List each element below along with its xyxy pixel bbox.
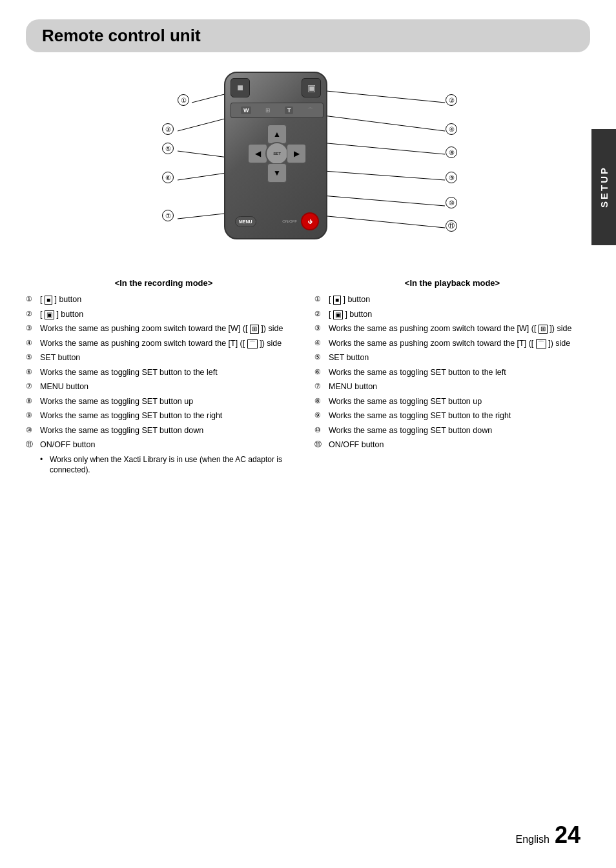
zoom-curve-icon: ⌒ — [307, 106, 313, 115]
play-text-5: SET button — [329, 352, 590, 364]
dpad-right-button[interactable]: ▶ — [287, 144, 306, 163]
play-num-7: ⑦ — [314, 381, 329, 391]
rec-item-11: ⑪ ON/OFF button — [26, 439, 302, 451]
menu-button[interactable]: MENU — [235, 216, 256, 227]
remote-body: ■ ▣ W ⊞ T ⌒ ▲ ◀ SET ▶ ▼ — [224, 72, 327, 239]
play-text-2: [ ▣ ] button — [329, 309, 590, 321]
rec-sub-text: Works only when the Xacti Library is in … — [50, 454, 302, 476]
rec-text-4: Works the same as pushing zoom switch to… — [40, 338, 302, 350]
play-item-7: ⑦ MENU button — [314, 381, 590, 393]
play-item-9: ⑨ Works the same as toggling SET button … — [314, 410, 590, 422]
video-button[interactable]: ▣ — [302, 78, 321, 97]
rec-text-7: MENU button — [40, 381, 302, 393]
rec-item-8: ⑧ Works the same as toggling SET button … — [26, 396, 302, 408]
play-num-2: ② — [314, 309, 329, 319]
playback-mode-column: <In the playback mode> ① [ ■ ] button ② … — [314, 278, 590, 476]
zoom-w-label: W — [241, 106, 252, 114]
svg-line-10 — [314, 215, 445, 228]
callout-2: ② — [446, 94, 457, 106]
callout-3: ③ — [162, 123, 174, 135]
curve-icon-inline-4: ⌒ — [247, 339, 258, 348]
play-text-9: Works the same as toggling SET button to… — [329, 410, 590, 422]
rec-item-7: ⑦ MENU button — [26, 381, 302, 393]
rec-item-9: ⑨ Works the same as toggling SET button … — [26, 410, 302, 422]
play-num-9: ⑨ — [314, 410, 329, 420]
onoff-button[interactable]: ⏻ — [301, 212, 319, 230]
rec-text-11: ON/OFF button — [40, 439, 302, 451]
set-button[interactable]: SET — [265, 142, 289, 165]
play-text-1: [ ■ ] button — [329, 294, 590, 306]
onoff-label-text: ON/OFF — [282, 219, 297, 223]
grid-icon-inline-p3: ⊞ — [539, 325, 548, 334]
rec-text-10: Works the same as toggling SET button do… — [40, 425, 302, 437]
setup-label: SETUP — [599, 166, 610, 208]
dpad-left-button[interactable]: ◀ — [248, 144, 267, 163]
film-icon-inline: ▣ — [45, 310, 54, 319]
play-num-8: ⑧ — [314, 396, 329, 406]
bullet-dot: • — [40, 454, 46, 476]
rec-text-3: Works the same as pushing zoom switch to… — [40, 323, 302, 335]
play-item-2: ② [ ▣ ] button — [314, 309, 590, 321]
play-num-1: ① — [314, 294, 329, 304]
callout-num-5: ⑤ — [162, 143, 174, 154]
play-num-11: ⑪ — [314, 439, 329, 449]
play-text-7: MENU button — [329, 381, 590, 393]
callout-5: ⑤ — [162, 143, 174, 154]
rec-item-2: ② [ ▣ ] button — [26, 309, 302, 321]
play-num-10: ⑩ — [314, 425, 329, 435]
play-text-3: Works the same as pushing zoom switch to… — [329, 323, 590, 335]
dpad-up-button[interactable]: ▲ — [267, 125, 287, 144]
rec-num-1: ① — [26, 294, 40, 304]
rec-item-6: ⑥ Works the same as toggling SET button … — [26, 367, 302, 379]
callout-num-2: ② — [446, 94, 457, 106]
callout-num-6: ⑥ — [162, 172, 174, 183]
play-item-6: ⑥ Works the same as toggling SET button … — [314, 367, 590, 379]
rec-num-7: ⑦ — [26, 381, 40, 391]
callout-6: ⑥ — [162, 172, 174, 183]
page-title: Remote control unit — [42, 26, 574, 46]
play-item-11: ⑪ ON/OFF button — [314, 439, 590, 451]
rec-item-4: ④ Works the same as pushing zoom switch … — [26, 338, 302, 350]
play-num-4: ④ — [314, 338, 329, 348]
callout-num-3: ③ — [162, 123, 174, 135]
rec-text-9: Works the same as toggling SET button to… — [40, 410, 302, 422]
callout-num-11: ⑪ — [446, 220, 457, 232]
title-bar: Remote control unit — [26, 19, 590, 52]
rec-item-10: ⑩ Works the same as toggling SET button … — [26, 425, 302, 437]
zoom-slider[interactable]: W ⊞ T ⌒ — [231, 103, 323, 118]
callout-11: ⑪ — [446, 220, 457, 232]
svg-line-7 — [307, 141, 445, 154]
footer: English 24 — [515, 822, 580, 849]
rec-sub-bullet: • Works only when the Xacti Library is i… — [40, 454, 302, 476]
content-columns: <In the recording mode> ① [ ■ ] button ②… — [26, 278, 590, 476]
play-num-5: ⑤ — [314, 352, 329, 362]
play-item-10: ⑩ Works the same as toggling SET button … — [314, 425, 590, 437]
camera-button[interactable]: ■ — [231, 78, 250, 97]
rec-num-4: ④ — [26, 338, 40, 348]
rec-item-3: ③ Works the same as pushing zoom switch … — [26, 323, 302, 335]
callout-num-7: ⑦ — [162, 210, 174, 221]
zoom-t-label: T — [285, 106, 294, 114]
rec-text-8: Works the same as toggling SET button up — [40, 396, 302, 408]
page-container: Remote control unit — [0, 0, 616, 868]
rec-text-2: [ ▣ ] button — [40, 309, 302, 321]
callout-num-8: ⑧ — [446, 146, 457, 158]
footer-language: English — [515, 834, 549, 845]
rec-num-10: ⑩ — [26, 425, 40, 435]
play-text-11: ON/OFF button — [329, 439, 590, 451]
dpad-down-button[interactable]: ▼ — [267, 163, 287, 183]
rec-text-5: SET button — [40, 352, 302, 364]
playback-mode-title: <In the playback mode> — [314, 278, 590, 288]
svg-line-8 — [307, 170, 445, 180]
rec-item-5: ⑤ SET button — [26, 352, 302, 364]
rec-num-2: ② — [26, 309, 40, 319]
rec-num-9: ⑨ — [26, 410, 40, 420]
camera-icon-inline-p1: ■ — [333, 296, 341, 305]
rec-num-6: ⑥ — [26, 367, 40, 377]
callout-num-10: ⑩ — [446, 197, 457, 208]
svg-line-1 — [313, 90, 445, 103]
recording-mode-title: <In the recording mode> — [26, 278, 302, 288]
play-text-6: Works the same as toggling SET button to… — [329, 367, 590, 379]
rec-num-11: ⑪ — [26, 439, 40, 449]
callout-num-1: ① — [178, 94, 189, 106]
